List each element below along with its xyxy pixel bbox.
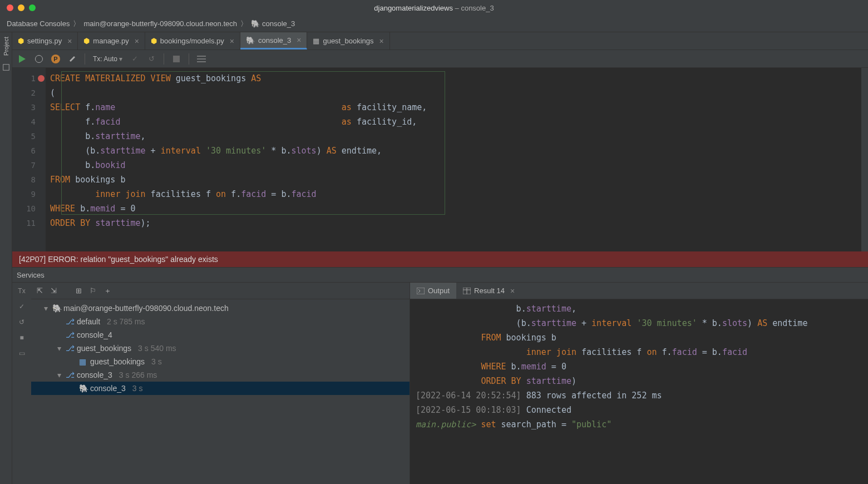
code-line: [2022-06-14 20:52:54] 883 rows affected …	[416, 388, 862, 403]
tab-label: settings.py	[27, 37, 62, 45]
code-line: inner join facilities f on f.facid = b.f…	[50, 187, 868, 201]
result-tab[interactable]: Result 14 ×	[456, 283, 521, 299]
close-icon[interactable]: ×	[135, 37, 139, 46]
minimize-window-button[interactable]	[18, 4, 24, 11]
cancel-query-button[interactable]	[172, 55, 181, 63]
maximize-window-button[interactable]	[29, 4, 36, 11]
tree-node-time: 3 s 540 ms	[138, 344, 176, 353]
window-title: djangomaterializedviews – console_3	[374, 4, 494, 12]
settings-icon[interactable]	[68, 55, 77, 63]
table-icon	[463, 288, 471, 294]
execute-button[interactable]	[18, 55, 27, 63]
output-tab[interactable]: Output	[410, 283, 456, 299]
editor-tab[interactable]: 🐘console_3×	[240, 32, 307, 50]
editor-scrollbar[interactable]	[861, 68, 868, 251]
chevron-icon[interactable]: ▾	[56, 344, 62, 353]
check-icon[interactable]: ✓	[19, 303, 24, 310]
editor-tab[interactable]: ▦guest_bookings×	[307, 32, 389, 50]
line-number[interactable]: 5	[12, 129, 46, 144]
code-line: (b.starttime + interval '30 minutes' * b…	[50, 144, 868, 158]
close-icon[interactable]: ×	[67, 37, 72, 46]
line-number[interactable]: 4	[12, 115, 46, 129]
line-number[interactable]: 3	[12, 100, 46, 115]
tree-row[interactable]: ▾⎇guest_bookings3 s 540 ms	[31, 342, 410, 355]
line-number[interactable]: 11	[12, 216, 46, 230]
chevron-icon[interactable]: ▾	[56, 371, 62, 379]
code-line: (	[50, 86, 868, 100]
code-line: f.facid as facility_id,	[50, 115, 868, 129]
close-icon[interactable]: ×	[230, 37, 234, 46]
console-icon	[417, 288, 425, 294]
tree-row[interactable]: ⎇default2 s 785 ms	[31, 315, 410, 328]
tree-row[interactable]: ▦guest_bookings3 s	[31, 355, 410, 368]
tree-node-time: 3 s	[132, 384, 143, 393]
filter-icon[interactable]: ⚐	[90, 287, 96, 295]
code-line: [2022-06-15 00:18:03] Connected	[416, 403, 862, 417]
tree-node-label: main@orange-butterfly-098090.cloud.neon.…	[63, 304, 229, 313]
services-side-toolbar: Tx ✓ ↺ ■ ▭	[12, 283, 31, 484]
line-number[interactable]: 6	[12, 144, 46, 158]
collapse-all-icon[interactable]: ⇲	[51, 287, 57, 295]
layout-icon[interactable]: ▭	[19, 349, 25, 357]
tree-row[interactable]: ▾⎇console_33 s 266 ms	[31, 368, 410, 382]
close-icon[interactable]: ×	[510, 287, 515, 295]
code-line: ORDER BY starttime)	[416, 374, 862, 388]
code-line: SELECT f.name as facility_name,	[50, 100, 868, 115]
add-icon[interactable]: ＋	[104, 286, 111, 296]
line-number[interactable]: 2	[12, 86, 46, 100]
structure-icon[interactable]	[2, 63, 10, 71]
tree-row[interactable]: ▾🐘main@orange-butterfly-098090.cloud.neo…	[31, 302, 410, 315]
line-number[interactable]: 8	[12, 172, 46, 187]
editor-tab[interactable]: ⬢bookings/models.py×	[145, 32, 240, 50]
sql-editor[interactable]: 1234567891011 CREATE MATERIALIZED VIEW g…	[12, 68, 868, 251]
tab-label: manage.py	[93, 37, 129, 45]
code-line: main.public> set search_path = "public"	[416, 417, 862, 432]
breadcrumb-item[interactable]: console_3	[262, 19, 295, 28]
undo-icon[interactable]: ↺	[19, 318, 24, 326]
editor-tab[interactable]: ⬢settings.py×	[12, 32, 78, 50]
services-tree[interactable]: ▾🐘main@orange-butterfly-098090.cloud.neo…	[31, 299, 410, 484]
breadcrumb-sep-icon: 〉	[73, 19, 80, 29]
tree-node-label: guest_bookings	[77, 344, 131, 353]
editor-code-area[interactable]: CREATE MATERIALIZED VIEW guest_bookings …	[46, 68, 868, 251]
tree-row[interactable]: 🐘console_33 s	[31, 382, 410, 395]
editor-gutter: 1234567891011	[12, 68, 46, 251]
breadcrumb: Database Consoles 〉 main@orange-butterfl…	[0, 16, 868, 32]
close-icon[interactable]: ×	[379, 37, 384, 46]
close-window-button[interactable]	[7, 4, 13, 11]
services-panel-header[interactable]: Services	[12, 267, 868, 283]
query-toolbar: P Tx: Auto ✓ ↺	[12, 50, 868, 68]
code-line: b.starttime,	[50, 129, 868, 144]
svg-rect-0	[3, 65, 9, 71]
stop-icon[interactable]: ■	[19, 334, 23, 342]
chevron-icon[interactable]: ▾	[42, 304, 49, 313]
services-output-panel: Output Result 14 × b.starttime, (b.start…	[410, 283, 868, 484]
commit-button[interactable]: ✓	[130, 55, 139, 63]
tree-node-label: console_3	[90, 384, 126, 393]
line-number[interactable]: 9	[12, 187, 46, 201]
tab-label: console_3	[258, 36, 291, 45]
close-icon[interactable]: ×	[297, 36, 301, 45]
line-number[interactable]: 1	[12, 71, 46, 86]
tree-node-icon: ▦	[79, 357, 87, 366]
breadcrumb-item[interactable]: Database Consoles	[7, 19, 70, 28]
breadcrumb-item[interactable]: main@orange-butterfly-098090.cloud.neon.…	[83, 19, 237, 28]
execution-history-icon[interactable]	[34, 55, 43, 63]
explain-plan-button[interactable]: P	[51, 55, 60, 63]
tx-mode-dropdown[interactable]: Tx: Auto	[93, 55, 122, 63]
rollback-button[interactable]: ↺	[147, 55, 156, 63]
project-tool-button[interactable]: Project	[3, 37, 9, 56]
tree-node-icon: ⎇	[66, 317, 73, 326]
tx-indicator-icon[interactable]: Tx	[18, 287, 25, 295]
output-console[interactable]: b.starttime, (b.starttime + interval '30…	[410, 299, 868, 484]
line-number[interactable]: 7	[12, 158, 46, 172]
grid-icon[interactable]: ⊞	[76, 287, 82, 295]
tree-node-label: console_4	[77, 330, 112, 339]
line-number[interactable]: 10	[12, 201, 46, 216]
tree-node-label: default	[77, 317, 100, 326]
left-tool-strip: Project	[0, 32, 12, 484]
tree-row[interactable]: ⎇console_4	[31, 328, 410, 342]
editor-tab[interactable]: ⬢manage.py×	[78, 32, 145, 50]
expand-all-icon[interactable]: ⇱	[37, 287, 43, 295]
view-options-icon[interactable]	[197, 55, 206, 63]
